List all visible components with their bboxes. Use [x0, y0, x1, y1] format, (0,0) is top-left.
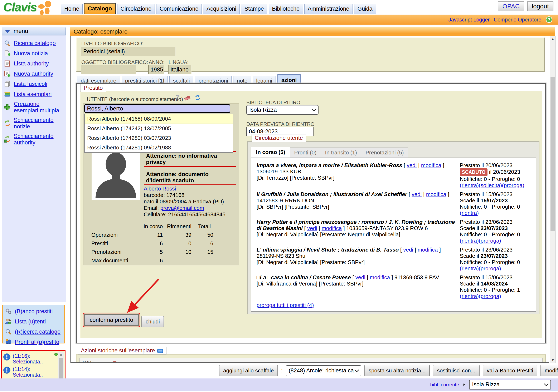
items-icon — [4, 91, 11, 98]
scaffale-select[interactable]: (8248) Arcole: richiesta ca — [286, 365, 361, 376]
sidebar-item-label[interactable]: Creazione esemplari multipla — [14, 101, 64, 114]
modifica-link[interactable]: modifica — [370, 274, 390, 281]
quick-link-pronti-al-p-restito[interactable]: Pronti al (p)restito — [5, 338, 63, 346]
sidebar-item-nuova-notizia[interactable]: Nuova notizia — [4, 50, 64, 57]
modifica-link[interactable]: modifica — [426, 191, 446, 197]
modifica-button[interactable]: modifica — [541, 365, 558, 376]
loan-scadenza: SCADUTO il 20/06/2023 — [460, 168, 530, 176]
circ-tab-in-corso-5[interactable]: In corso (5) — [251, 147, 290, 158]
chiudi-button[interactable]: chiudi — [141, 316, 164, 327]
vedi-link[interactable]: vedi — [356, 274, 366, 281]
sidebar-item-lista-fascicoli[interactable]: Lista fascicoli — [4, 80, 64, 87]
help-icon[interactable]: ? — [546, 16, 553, 23]
autocomplete-option[interactable]: Rossi Alberto (174280) 03/07/2023 — [85, 133, 233, 143]
nav-tab-catalogo[interactable]: Catalogo — [84, 3, 116, 14]
sposta-notizia-button[interactable]: sposta su altra notizia... — [364, 365, 430, 376]
notification-item[interactable]: (11:16): Selezionata.. — [3, 353, 57, 365]
quick-link-label[interactable]: Pronti al (p)restito — [15, 339, 59, 345]
menu-header[interactable]: menu — [2, 27, 66, 35]
rientra-link[interactable]: rientra — [462, 238, 477, 244]
vedi-link[interactable]: vedi — [307, 225, 317, 231]
nav-tab-circolazione[interactable]: Circolazione — [117, 4, 155, 14]
quick-link-lista-u-tenti[interactable]: Lista (u)tenti — [5, 318, 63, 325]
nav-tab-biblioteche[interactable]: Biblioteche — [269, 4, 303, 14]
vedi-link[interactable]: vedi — [403, 247, 413, 253]
livello-field[interactable]: Periodici (seriali) — [81, 47, 176, 56]
sostituisci-button[interactable]: sostituisci con... — [433, 365, 480, 376]
sidebar-item-lista-esemplari[interactable]: Lista esemplari — [4, 91, 64, 98]
utente-input[interactable] — [84, 104, 230, 113]
modifica-link[interactable]: modifica — [418, 247, 438, 253]
bibl-corrente-link[interactable]: bibl. corrente — [430, 382, 459, 388]
collapse-icon[interactable] — [157, 349, 163, 353]
nav-tab-guida[interactable]: Guida — [354, 4, 376, 14]
proroga-link[interactable]: proroga — [481, 265, 499, 272]
sidebar-item-label[interactable]: Schiacciamento notizie — [14, 117, 64, 130]
autocomplete-option[interactable]: Rossi Alberto (174242) 13/07/2005 — [85, 124, 233, 133]
refresh-icon[interactable] — [194, 94, 201, 101]
sidebar-item-schiacciamento-notizie[interactable]: Schiacciamento notizie — [4, 117, 64, 130]
quick-link-label[interactable]: (R)icerca catalogo — [15, 329, 61, 335]
autocomplete-option[interactable]: Rossi Alberto (174168) 08/09/2004 — [85, 114, 233, 124]
rientra-link[interactable]: rientra — [462, 210, 477, 216]
nav-tab-amministrazione[interactable]: Amministrazione — [304, 4, 353, 14]
sidebar-item-nuova-authority[interactable]: Nuova authority — [4, 70, 64, 77]
rientra-link[interactable]: rientra — [462, 265, 477, 272]
modifica-link[interactable]: modifica — [322, 225, 342, 231]
sidebar-item-schiacciamento-authority[interactable]: Schiacciamento authority — [4, 133, 64, 146]
sollecita-link[interactable]: sollecita — [481, 182, 500, 188]
proroga-link[interactable]: proroga — [481, 293, 499, 299]
nav-tab-acquisizioni[interactable]: Acquisizioni — [203, 4, 240, 14]
circ-tab-prenotazioni-5[interactable]: Prenotazioni (5) — [361, 148, 408, 158]
scrollbar-thumb[interactable] — [550, 77, 555, 231]
circ-tab-in-transito-1[interactable]: In transito (1) — [321, 148, 361, 158]
main-scrollbar[interactable]: ▲ ▼ — [550, 36, 556, 363]
rientra-link[interactable]: rientra — [462, 293, 477, 299]
quick-link-label[interactable]: Lista (u)tenti — [15, 318, 46, 325]
proroga-tutti-link[interactable]: proroga tutti i prestiti (4) — [257, 302, 314, 308]
biblioteca-corrente-select[interactable]: Isola Rizza — [469, 380, 551, 390]
lingua-field[interactable]: Italiano — [168, 65, 192, 74]
modifica-link[interactable]: modifica — [421, 162, 441, 168]
sidebar-item-label[interactable]: Ricerca catalogo — [14, 40, 56, 46]
user-email-link[interactable]: prova@email.com — [160, 205, 204, 211]
sidebar-item-label[interactable]: Lista authority — [14, 60, 49, 67]
nav-tab-home[interactable]: Home — [61, 4, 83, 14]
biblioteca-ritiro-select[interactable]: Isola Rizza — [246, 105, 319, 115]
vedi-link[interactable]: vedi — [412, 191, 422, 197]
proroga-link[interactable]: proroga — [504, 182, 523, 188]
app-logo[interactable]: Clavis — [3, 0, 53, 14]
sidebar-item-creazione-esemplari-multipla[interactable]: Creazione esemplari multipla — [4, 101, 64, 114]
stamp-icon[interactable] — [174, 94, 181, 101]
quick-link-r-icerca-catalogo[interactable]: (R)icerca catalogo — [5, 328, 63, 335]
circ-tab-pronti-0[interactable]: Pronti (0) — [290, 148, 321, 158]
sidebar-item-lista-authority[interactable]: Lista authority — [4, 60, 64, 67]
javascript-logger-link[interactable]: Javascript Logger — [448, 17, 489, 23]
scroll-down-icon[interactable]: ▼ — [550, 357, 555, 363]
anno-field[interactable]: 1985 — [148, 65, 164, 74]
opac-button[interactable]: OPAC — [498, 1, 524, 11]
user-name-link[interactable]: Alberto Rossi — [144, 186, 176, 192]
sidebar-item-label[interactable]: Lista fascicoli — [14, 81, 47, 87]
logout-button[interactable]: logout — [527, 1, 553, 11]
rientra-link[interactable]: rientra — [462, 182, 477, 188]
quick-link-b-anco-prestiti[interactable]: (B)anco prestiti — [5, 308, 63, 315]
sidebar-item-label[interactable]: Nuova notizia — [14, 50, 48, 57]
sidebar-item-label[interactable]: Nuova authority — [14, 71, 53, 77]
banco-prestiti-button[interactable]: vai a Banco Prestiti — [483, 365, 538, 376]
aggiungi-scaffale-button[interactable]: aggiungi allo scaffale — [219, 365, 278, 376]
nav-tab-comunicazione[interactable]: Comunicazione — [156, 4, 202, 14]
oggetto-field[interactable] — [81, 65, 136, 74]
sidebar-item-label[interactable]: Lista esemplari — [14, 91, 52, 98]
proroga-link[interactable]: proroga — [481, 238, 499, 244]
vedi-link[interactable]: vedi — [407, 162, 417, 168]
eraser-icon[interactable] — [184, 94, 191, 101]
quick-link-label[interactable]: (B)anco prestiti — [15, 308, 53, 315]
sidebar-item-label[interactable]: Schiacciamento authority — [14, 133, 64, 146]
scroll-up-icon[interactable]: ▲ — [550, 36, 555, 42]
nav-tab-stampe[interactable]: Stampe — [241, 4, 267, 14]
scroll-up-icon[interactable]: ▲ — [58, 352, 64, 357]
notification-item[interactable]: (11:14): Selezionata.. — [3, 366, 57, 378]
autocomplete-option[interactable]: Rossi Alberto (174281) 09/02/1988 — [85, 143, 233, 152]
sidebar-item-ricerca-catalogo[interactable]: Ricerca catalogo — [4, 40, 64, 47]
